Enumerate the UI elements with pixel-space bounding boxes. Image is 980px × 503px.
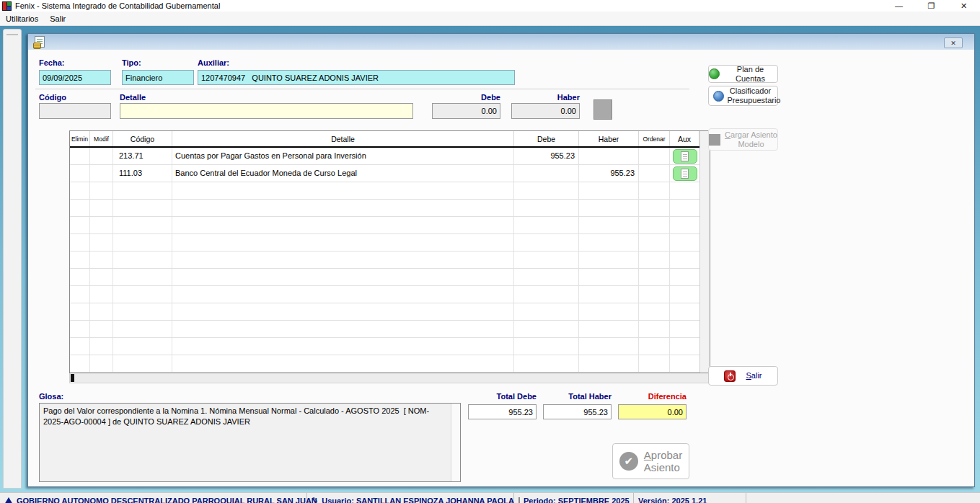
- table-row[interactable]: [70, 286, 699, 303]
- status-periodo: Periodo: SEPTIEMBRE 2025: [514, 493, 634, 503]
- salir-button[interactable]: Salir: [708, 366, 778, 386]
- document-icon: [681, 151, 689, 161]
- table-vertical-scrollbar[interactable]: [699, 131, 710, 373]
- debe-field[interactable]: [432, 103, 500, 119]
- status-usuario: ✎ Usuario: SANTILLAN ESPINOZA JOHANNA PA…: [307, 493, 514, 503]
- menu-utilitarios[interactable]: Utilitarios: [0, 13, 44, 25]
- menu-salir[interactable]: Salir: [44, 13, 71, 25]
- close-icon[interactable]: ✕: [948, 0, 980, 12]
- green-sphere-icon: [709, 68, 720, 79]
- table-row[interactable]: 111.03Banco Central del Ecuador Moneda d…: [70, 165, 699, 182]
- document-coins-icon: [35, 36, 45, 48]
- cargar-asiento-modelo-button[interactable]: Cargar AsientoModelo: [708, 128, 778, 151]
- table-body: 213.71Cuentas por Pagar Gastos en Person…: [70, 148, 699, 373]
- check-icon: ✔: [619, 452, 638, 471]
- header-aux[interactable]: Aux: [670, 131, 699, 146]
- glosa-label: Glosa:: [39, 392, 63, 401]
- application-window: Fenix - Sistema Integrado de Contabilida…: [0, 0, 980, 503]
- glosa-textarea[interactable]: Pago del Valor correspondiente a la Nomi…: [39, 403, 461, 482]
- table-row[interactable]: [70, 269, 699, 286]
- aux-button[interactable]: [673, 166, 697, 181]
- auxiliar-field[interactable]: [198, 70, 515, 85]
- mdi-area: ✕ Fecha: Tipo: Auxiliar: Código Detalle …: [0, 26, 980, 492]
- status-entity: GOBIERNO AUTONOMO DESCENTRALIZADO PARROQ…: [0, 493, 307, 503]
- total-haber-field: [543, 404, 612, 419]
- document-icon: [681, 169, 689, 179]
- add-entry-button[interactable]: [593, 99, 612, 120]
- auxiliar-label: Auxiliar:: [198, 58, 229, 67]
- header-codigo[interactable]: Código: [113, 131, 172, 146]
- tipo-label: Tipo:: [122, 58, 141, 67]
- calendar-icon: [518, 497, 520, 503]
- table-row[interactable]: [70, 252, 699, 269]
- entity-icon: [4, 497, 13, 503]
- table-row[interactable]: [70, 217, 699, 234]
- window-title: Fenix - Sistema Integrado de Contabilida…: [15, 1, 220, 10]
- blue-sphere-icon: [713, 91, 724, 102]
- table-row[interactable]: [70, 355, 699, 373]
- codigo-label: Código: [39, 93, 66, 102]
- codigo-field[interactable]: [39, 103, 111, 119]
- diferencia-label: Diferencia: [618, 392, 687, 401]
- total-haber-label: Total Haber: [543, 392, 612, 401]
- table-row[interactable]: [70, 321, 699, 338]
- status-version: Versión: 2025 1.21: [634, 493, 746, 503]
- collapsed-side-panel[interactable]: [3, 29, 22, 489]
- haber-label: Haber: [511, 93, 580, 102]
- app-icon: [2, 1, 12, 11]
- total-debe-field: [468, 404, 537, 419]
- header-elimin[interactable]: Elimin: [70, 131, 90, 146]
- table-row[interactable]: [70, 303, 699, 321]
- child-titlebar: ✕: [28, 34, 974, 50]
- glosa-scrollbar[interactable]: [451, 404, 460, 481]
- fecha-label: Fecha:: [39, 58, 64, 67]
- child-close-icon[interactable]: ✕: [944, 37, 963, 48]
- plan-de-cuentas-button[interactable]: Plan de Cuentas: [708, 65, 778, 83]
- gray-square-icon: [709, 134, 720, 146]
- statusbar: GOBIERNO AUTONOMO DESCENTRALIZADO PARROQ…: [0, 492, 980, 503]
- table-header: Elimin Modif Código Detalle Debe Haber O…: [70, 131, 699, 148]
- debe-label: Debe: [432, 93, 500, 102]
- aux-button[interactable]: [673, 149, 697, 164]
- diferencia-field: [618, 404, 687, 419]
- os-titlebar: Fenix - Sistema Integrado de Contabilida…: [0, 0, 980, 12]
- header-debe[interactable]: Debe: [514, 131, 579, 146]
- table-row[interactable]: [70, 182, 699, 200]
- user-icon: ✎: [312, 496, 318, 503]
- power-icon: [724, 370, 736, 382]
- header-modif[interactable]: Modif: [90, 131, 113, 146]
- menubar: Utilitarios Salir: [0, 12, 980, 26]
- detalle-label: Detalle: [120, 93, 146, 102]
- clasificador-presupuestario-button[interactable]: Clasificador Presupuestario: [708, 86, 778, 106]
- header-detalle[interactable]: Detalle: [172, 131, 514, 146]
- haber-field[interactable]: [511, 103, 580, 119]
- restore-icon[interactable]: ❐: [915, 0, 948, 12]
- panel-grip[interactable]: [6, 34, 18, 35]
- table-row[interactable]: [70, 234, 699, 252]
- asiento-window: ✕ Fecha: Tipo: Auxiliar: Código Detalle …: [27, 33, 975, 487]
- aprobar-asiento-button[interactable]: ✔ AprobarAsiento: [612, 443, 689, 479]
- entries-table: Elimin Modif Código Detalle Debe Haber O…: [69, 130, 710, 373]
- header-haber[interactable]: Haber: [579, 131, 639, 146]
- minimize-icon[interactable]: —: [883, 0, 915, 12]
- table-row[interactable]: [70, 200, 699, 217]
- tipo-field[interactable]: [122, 70, 194, 85]
- table-horizontal-scrollbar[interactable]: [69, 373, 710, 383]
- detalle-field[interactable]: [120, 103, 413, 119]
- total-debe-label: Total Debe: [468, 392, 537, 401]
- table-row[interactable]: 213.71Cuentas por Pagar Gastos en Person…: [70, 148, 699, 165]
- header-ordenar[interactable]: Ordenar: [639, 131, 670, 146]
- hscroll-thumb[interactable]: [71, 374, 74, 382]
- fecha-field[interactable]: [39, 70, 111, 85]
- table-row[interactable]: [70, 338, 699, 355]
